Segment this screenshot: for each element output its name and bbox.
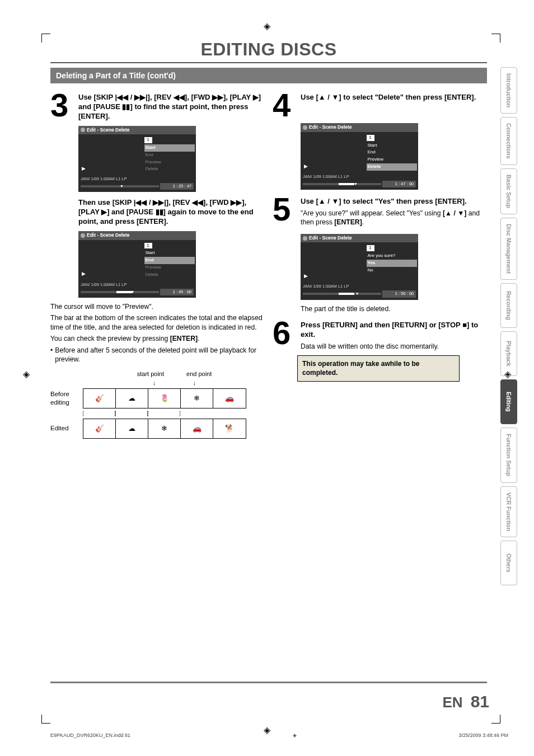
menu-item: End [367, 149, 418, 156]
disc-icon [81, 233, 85, 238]
frame-cell: 🌷 [148, 389, 181, 408]
registration-mark-left: ◈ [21, 369, 31, 379]
p3-post: . [198, 335, 199, 342]
time-display: 1 : 47 : 00 [382, 181, 416, 187]
s5-b1: [▲ / ▼] [443, 209, 466, 217]
dialog-title-text: Edit - Scene Delete [309, 124, 352, 130]
print-timestamp: 3/25/2009 3:48:46 PM [458, 732, 508, 738]
time-display: 1 : 25 : 47 [160, 183, 194, 190]
dialog-scene-delete-1: Edit - Scene Delete ▶ 1 StartEndPreviewD… [78, 126, 196, 192]
edit-diagram: start point end point ↓ ↓ Before editing… [50, 370, 265, 439]
dialog-title-text: Edit - Scene Delete [87, 232, 130, 238]
side-tab: Connections [500, 117, 517, 165]
menu-item: Are you sure? [367, 252, 418, 260]
menu-title-number: 1 [367, 135, 374, 141]
disc-icon [81, 128, 85, 132]
dialog-title: Edit - Scene Delete [301, 123, 418, 132]
progress-marker: ▼ [131, 289, 135, 294]
dialog-title: Edit - Scene Delete [78, 126, 196, 134]
progress-bar: ▼ [303, 293, 381, 295]
dialog-preview-area: ▶ [301, 242, 366, 283]
menu-item: Start [144, 250, 195, 257]
frame-cell: ❄ [148, 419, 181, 438]
down-arrow-icon: ↓ [193, 379, 196, 387]
side-tab: Recording [500, 283, 517, 328]
menu-item: Preview [144, 264, 195, 271]
menu-item: End [144, 257, 195, 264]
step-3-heading: Use [SKIP |◀◀ / ▶▶|], [REV ◀◀], [FWD ▶▶]… [78, 91, 265, 121]
diagram-dashed-connector [83, 411, 265, 416]
step-number-6: 6 [273, 319, 297, 346]
footer-rule [50, 682, 487, 683]
dialog-title: Edit - Scene Delete [78, 231, 196, 240]
side-tab: VCR Function [500, 486, 517, 537]
section-heading: Deleting a Part of a Title (cont'd) [50, 68, 487, 83]
progress-marker: ▼ [354, 181, 358, 186]
side-tabs: IntroductionConnectionsBasic SetupDisc M… [500, 67, 517, 585]
frame-cell: ☁ [116, 389, 148, 408]
step-5: 5 Use [▲ / ▼] to select "Yes" then press… [273, 195, 487, 229]
step-number-4: 4 [273, 91, 297, 119]
frame-cell: 🚗 [181, 419, 213, 438]
frame-cell: ❄ [181, 389, 213, 408]
frame-cell: ☁ [116, 419, 148, 438]
progress-selection [116, 291, 132, 293]
dialog-menu: 1 StartEndPreviewDelete [143, 240, 196, 281]
progress-marker: ▼ [355, 291, 359, 296]
crop-corner-br [491, 715, 500, 724]
side-tab: Editing [500, 379, 517, 424]
menu-title-number: 1 [144, 243, 152, 249]
edited-label: Edited [50, 424, 81, 433]
progress-bar: ▼ [303, 183, 381, 185]
step-6: 6 Press [RETURN] and then [RETURN] or [S… [273, 319, 487, 353]
dialog-title: Edit - Scene Delete [301, 234, 418, 242]
recording-info: JAN/ 1/09 1:00AM L1 LP [81, 176, 194, 182]
frame-cell: 🐕 [213, 419, 246, 438]
registration-mark-top: ◈ [262, 21, 272, 31]
play-icon: ▶ [82, 165, 86, 172]
disc-icon [303, 125, 307, 130]
step-number-5: 5 [273, 195, 297, 223]
step-4: 4 Use [▲ / ▼] to select "Delete" then pr… [273, 91, 487, 119]
menu-item: No [367, 267, 418, 274]
before-editing-label: Before editing [50, 390, 81, 407]
step-5-sub: "Are you sure?" will appear. Select "Yes… [301, 209, 487, 227]
crop-corner-tr [491, 34, 500, 43]
play-icon: ▶ [304, 163, 308, 170]
dialog-scene-delete-4: Edit - Scene Delete ▶ 1 StartEndPreviewD… [301, 123, 418, 190]
menu-item: Start [144, 144, 195, 152]
lang-label: EN [443, 694, 463, 711]
menu-item: Preview [367, 156, 418, 163]
step-5-heading: Use [▲ / ▼] to select "Yes" then press [… [301, 195, 487, 206]
time-display: 1 : 45 : 00 [160, 289, 194, 295]
step-3-bullet: • Before and after 5 seconds of the dele… [50, 346, 265, 364]
disc-icon [303, 236, 307, 241]
side-tab: Others [500, 541, 517, 585]
print-file: E9PKAUD_DVR620KU_EN.indd 81 [50, 732, 130, 738]
side-tab: Introduction [500, 67, 517, 114]
side-tab: Playback [500, 331, 517, 376]
menu-item: Delete [144, 271, 195, 279]
right-column: 4 Use [▲ / ▼] to select "Delete" then pr… [273, 91, 487, 441]
page-number: 81 [471, 692, 489, 711]
menu-item: End [144, 152, 195, 159]
progress-bar: ▼ [81, 185, 159, 187]
page-footer: EN 81 [443, 692, 490, 711]
menu-item: Yes [367, 260, 418, 267]
menu-item: Preview [144, 159, 195, 166]
step-6-sub: Data will be written onto the disc momen… [301, 342, 487, 351]
step-3-mid: Then use [SKIP |◀◀ / ▶▶|], [REV ◀◀], [FW… [78, 196, 265, 227]
start-point-label: start point [137, 370, 164, 378]
crop-corner-bl [41, 715, 50, 724]
dialog-scene-delete-2: Edit - Scene Delete ▶ 1 StartEndPreviewD… [78, 231, 196, 298]
dialog-menu: 1 StartEndPreviewDelete [143, 134, 196, 175]
step-3-p2: The bar at the bottom of the screen indi… [50, 313, 265, 332]
menu-item: Delete [144, 166, 195, 173]
s5-b2: [ENTER] [334, 218, 362, 226]
play-icon: ▶ [304, 273, 308, 279]
play-icon: ▶ [82, 270, 86, 277]
crop-corner-tl [41, 34, 50, 43]
menu-item: Delete [367, 163, 418, 171]
frame-cell: 🎸 [83, 419, 116, 438]
dialog-scene-delete-5: Edit - Scene Delete ▶ 1 Are you sure?Yes… [301, 234, 418, 300]
